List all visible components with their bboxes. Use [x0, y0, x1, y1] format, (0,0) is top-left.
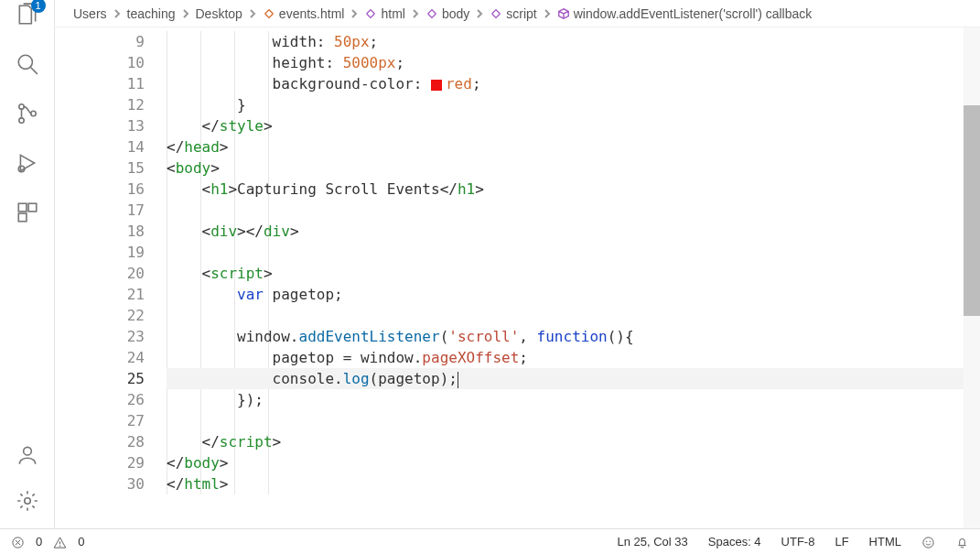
code-line[interactable]: [167, 200, 980, 221]
code-line[interactable]: }: [167, 94, 980, 115]
eol[interactable]: LF: [835, 535, 848, 549]
code-line[interactable]: pagetop = window.pageXOffset;: [167, 347, 980, 368]
line-number: 28: [55, 431, 145, 452]
color-swatch[interactable]: [431, 80, 442, 91]
svg-rect-7: [28, 203, 37, 212]
explorer-badge: 1: [31, 0, 46, 13]
minimap-scrollbar[interactable]: [964, 27, 980, 528]
breadcrumb-item[interactable]: html: [364, 6, 404, 21]
breadcrumb-label: events.html: [279, 6, 345, 21]
account-icon[interactable]: [15, 442, 40, 468]
chevron-right-icon: [411, 6, 420, 21]
warnings-count[interactable]: 0: [78, 535, 84, 549]
explorer-icon[interactable]: 1: [15, 2, 40, 27]
chevron-right-icon: [248, 6, 257, 21]
svg-rect-6: [18, 203, 27, 212]
breadcrumb-item[interactable]: teaching: [127, 6, 176, 21]
symbol-icon: [364, 7, 377, 20]
activity-bar: 1: [0, 0, 55, 528]
language-mode[interactable]: HTML: [869, 535, 901, 549]
svg-point-15: [59, 545, 60, 546]
status-bar: 0 0 Ln 25, Col 33 Spaces: 4 UTF-8 LF HTM…: [0, 528, 980, 554]
errors-count[interactable]: 0: [36, 535, 42, 549]
editor-column: UsersteachingDesktopevents.htmlhtmlbodys…: [55, 0, 980, 528]
line-number: 13: [55, 115, 145, 136]
breadcrumb-item[interactable]: body: [425, 6, 469, 21]
code-line[interactable]: window.addEventListener('scroll', functi…: [167, 326, 980, 347]
encoding[interactable]: UTF-8: [781, 535, 815, 549]
line-number: 16: [55, 179, 145, 200]
breadcrumb-item[interactable]: script: [490, 6, 536, 21]
line-number: 19: [55, 242, 145, 263]
code-line[interactable]: [167, 410, 980, 431]
breadcrumb-item[interactable]: events.html: [263, 6, 345, 21]
code-line[interactable]: width: 50px;: [167, 31, 980, 52]
line-number-gutter: 9101112131415161718192021222324252627282…: [55, 27, 167, 528]
code-line[interactable]: </head>: [167, 136, 980, 158]
code-line[interactable]: [167, 305, 980, 326]
line-number: 30: [55, 473, 145, 494]
breadcrumb[interactable]: UsersteachingDesktopevents.htmlhtmlbodys…: [55, 0, 980, 27]
line-number: 23: [55, 326, 145, 347]
symbol-icon: [425, 7, 438, 20]
code-line[interactable]: <h1>Capturing Scroll Events</h1>: [167, 179, 980, 200]
breadcrumb-item[interactable]: window.addEventListener('scroll') callba…: [557, 6, 813, 21]
line-number: 25: [55, 368, 145, 389]
code-line[interactable]: </body>: [167, 452, 980, 473]
code-line[interactable]: <div></div>: [167, 221, 980, 242]
breadcrumb-label: script: [506, 6, 536, 21]
line-number: 26: [55, 389, 145, 410]
line-number: 20: [55, 263, 145, 284]
breadcrumb-label: html: [381, 6, 404, 21]
cursor-position[interactable]: Ln 25, Col 33: [617, 535, 687, 549]
file-icon: [263, 7, 275, 20]
svg-point-4: [30, 111, 35, 115]
source-control-icon[interactable]: [15, 101, 40, 126]
run-debug-icon[interactable]: [15, 150, 40, 176]
chevron-right-icon: [113, 6, 122, 21]
code-line[interactable]: background-color: red;: [167, 73, 980, 94]
line-number: 10: [55, 52, 145, 73]
search-icon[interactable]: [15, 51, 40, 77]
breadcrumb-item[interactable]: Desktop: [196, 6, 242, 21]
svg-point-16: [923, 537, 933, 547]
chevron-right-icon: [543, 6, 552, 21]
code-line[interactable]: <script>: [167, 263, 980, 284]
code-line[interactable]: </style>: [167, 115, 980, 136]
breadcrumb-label: Desktop: [196, 6, 242, 21]
feedback-icon[interactable]: [921, 534, 935, 549]
notifications-bell-icon[interactable]: [955, 534, 969, 549]
minimap-thumb[interactable]: [964, 105, 980, 316]
code-line[interactable]: height: 5000px;: [167, 52, 980, 73]
indentation[interactable]: Spaces: 4: [708, 535, 761, 549]
warnings-icon[interactable]: [53, 534, 67, 549]
svg-rect-8: [18, 213, 27, 222]
svg-point-17: [926, 540, 927, 541]
breadcrumb-item[interactable]: Users: [73, 6, 107, 21]
svg-point-0: [18, 55, 32, 69]
code-content[interactable]: width: 50px; height: 5000px; background-…: [167, 27, 980, 494]
svg-point-10: [24, 498, 30, 505]
chevron-right-icon: [181, 6, 190, 21]
line-number: 12: [55, 94, 145, 115]
chevron-right-icon: [350, 6, 359, 21]
settings-gear-icon[interactable]: [15, 488, 40, 514]
errors-icon[interactable]: [11, 534, 25, 549]
svg-line-1: [30, 67, 38, 74]
code-line[interactable]: [167, 242, 980, 263]
code-line[interactable]: <body>: [167, 158, 980, 179]
code-line[interactable]: });: [167, 389, 980, 410]
line-number: 22: [55, 305, 145, 326]
code-line[interactable]: var pagetop;: [167, 284, 980, 305]
svg-point-9: [23, 447, 31, 455]
extensions-icon[interactable]: [15, 200, 40, 225]
code-line[interactable]: console.log(pagetop);: [167, 368, 980, 389]
line-number: 9: [55, 31, 145, 52]
code-line[interactable]: </html>: [167, 473, 980, 494]
breadcrumb-label: window.addEventListener('scroll') callba…: [574, 6, 813, 21]
code-line[interactable]: </script>: [167, 431, 980, 452]
svg-point-18: [930, 540, 931, 541]
main-area: 1: [0, 0, 980, 528]
code-editor[interactable]: 9101112131415161718192021222324252627282…: [55, 27, 980, 528]
line-number: 21: [55, 284, 145, 305]
